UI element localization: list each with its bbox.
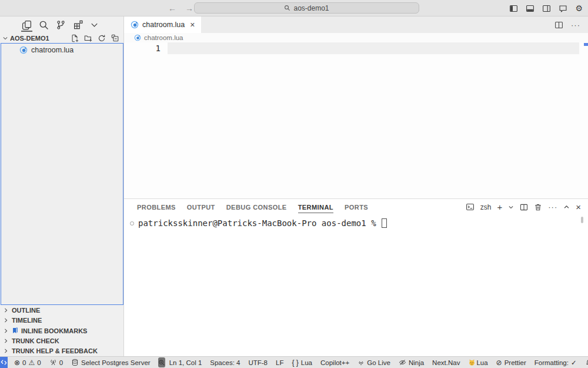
lua-file-icon: [19, 46, 28, 54]
toggle-secondary-sidebar-icon[interactable]: [542, 4, 551, 13]
slash-circle-icon: ⊘: [496, 359, 502, 366]
kill-terminal-trash-icon[interactable]: [534, 203, 542, 211]
radio-tower-icon: [49, 359, 57, 366]
chevron-right-icon: [3, 317, 9, 323]
ports-count: 0: [59, 359, 63, 366]
breadcrumb-file: chatroom.lua: [144, 34, 183, 41]
ninja-label: Ninja: [409, 359, 424, 366]
ninja-status[interactable]: Ninja: [395, 359, 428, 366]
language-mode[interactable]: { } Lua: [288, 359, 316, 366]
terminal-content[interactable]: patricksskinner@Patricks-MacBook-Pro aos…: [124, 215, 588, 356]
formatting-status[interactable]: Formatting: ✓: [530, 359, 581, 367]
command-decoration-icon: [130, 221, 134, 226]
split-terminal-icon[interactable]: [520, 203, 528, 211]
problems-status[interactable]: ⊗ 0 ⚠ 0: [10, 359, 45, 366]
indentation-label: Spaces: 4: [210, 359, 240, 366]
activity-more-chevron-down-icon[interactable]: [90, 16, 99, 33]
search-sidebar-icon[interactable]: [39, 16, 49, 33]
section-label: TIMELINE: [12, 317, 42, 324]
tab-close-icon[interactable]: ×: [190, 20, 195, 29]
editor-group: chatroom.lua × ··· chatroom.lua 1: [124, 16, 588, 356]
cursor-position[interactable]: Ln 1, Col 1: [165, 359, 206, 366]
go-live-button[interactable]: Go Live: [353, 359, 395, 366]
lua-helper-label: Lua: [476, 359, 487, 366]
prettier-status[interactable]: ⊘ Prettier: [492, 359, 530, 366]
close-panel-icon[interactable]: ×: [576, 202, 581, 212]
copilot-status[interactable]: Copilot++: [316, 359, 353, 366]
section-label: TRUNK HELP & FEEDBACK: [12, 347, 98, 354]
database-icon: [71, 359, 79, 366]
toggle-panel-icon[interactable]: [526, 4, 534, 13]
nav-back-button[interactable]: ←: [168, 4, 176, 13]
bookmark-icon: [12, 327, 18, 334]
editor-more-actions-icon[interactable]: ···: [571, 21, 580, 29]
chevron-right-icon: [3, 307, 9, 313]
tab-output[interactable]: OUTPUT: [187, 200, 215, 214]
tab-ports[interactable]: PORTS: [345, 200, 368, 214]
remote-indicator[interactable]: [0, 357, 8, 368]
eol-status[interactable]: LF: [272, 359, 288, 366]
breadcrumb[interactable]: chatroom.lua: [124, 33, 588, 42]
terminal-prompt: patricksskinner@Patricks-MacBook-Pro aos…: [138, 218, 376, 228]
tab-debug-console[interactable]: DEBUG CONSOLE: [226, 200, 287, 214]
tab-terminal[interactable]: TERMINAL: [298, 200, 333, 214]
sidebar-item-outline[interactable]: OUTLINE: [0, 305, 123, 315]
braces-icon: { }: [292, 359, 298, 366]
sidebar-item-trunk-help[interactable]: TRUNK HELP & FEEDBACK: [0, 346, 123, 356]
postgres-server-selector[interactable]: Select Postgres Server: [67, 359, 155, 366]
settings-gear-icon[interactable]: ⚙: [575, 4, 583, 12]
notifications-bell[interactable]: [581, 359, 588, 367]
lua-file-icon: [131, 21, 139, 29]
maximize-panel-chevron-up-icon[interactable]: [563, 204, 570, 210]
indentation-status[interactable]: Spaces: 4: [206, 359, 244, 366]
sidebar-item-inline-bookmarks[interactable]: INLINE BOOKMARKS: [0, 326, 123, 336]
split-editor-icon[interactable]: [554, 21, 563, 29]
cursor-position-label: Ln 1, Col 1: [169, 359, 202, 366]
current-line-highlight: [168, 42, 579, 54]
new-folder-icon[interactable]: [84, 34, 92, 42]
terminal-profile-chevron-down-icon[interactable]: [508, 204, 514, 210]
encoding-label: UTF-8: [248, 359, 268, 366]
collapse-all-icon[interactable]: [111, 34, 119, 42]
extensions-icon[interactable]: [73, 16, 83, 33]
refresh-icon[interactable]: [98, 34, 106, 42]
panel-more-actions-icon[interactable]: ···: [548, 203, 557, 211]
code-editor[interactable]: 1: [124, 42, 588, 198]
chevron-down-icon[interactable]: [2, 35, 8, 41]
sidebar-item-timeline[interactable]: TIMELINE: [0, 315, 123, 325]
source-control-icon[interactable]: [56, 16, 66, 33]
vscode-window: ← → aos-demo1 ⚙: [0, 0, 588, 368]
file-item-chatroom-lua[interactable]: chatroom.lua: [1, 44, 123, 54]
zoom-indicator-badge[interactable]: [158, 357, 165, 367]
warning-count: 0: [37, 359, 41, 366]
terminal-scrollbar[interactable]: [581, 217, 583, 223]
go-live-label: Go Live: [367, 359, 390, 366]
sidebar-item-trunk-check[interactable]: TRUNK CHECK: [0, 336, 123, 346]
eye-slash-icon: [399, 359, 406, 366]
new-file-icon[interactable]: [71, 34, 79, 42]
tab-problems[interactable]: PROBLEMS: [137, 200, 176, 214]
tab-chatroom-lua[interactable]: chatroom.lua ×: [124, 16, 201, 33]
check-icon: ✓: [571, 359, 577, 367]
command-center-search[interactable]: aos-demo1: [194, 2, 419, 14]
toggle-primary-sidebar-icon[interactable]: [509, 4, 518, 13]
activity-bar: [0, 16, 123, 33]
sidebar: AOS-DEMO1: [0, 16, 124, 356]
lua-helper-status[interactable]: Lua: [464, 359, 492, 366]
prettier-label: Prettier: [505, 359, 526, 366]
ports-status[interactable]: 0: [45, 359, 67, 366]
formatting-label: Formatting:: [534, 359, 569, 366]
nav-forward-button[interactable]: →: [185, 4, 193, 13]
panel-header: PROBLEMS OUTPUT DEBUG CONSOLE TERMINAL P…: [124, 199, 588, 215]
section-label: INLINE BOOKMARKS: [21, 327, 87, 334]
encoding-status[interactable]: UTF-8: [244, 359, 272, 366]
explorer-header[interactable]: AOS-DEMO1: [0, 33, 123, 43]
explorer-icon[interactable]: [22, 16, 32, 33]
warning-icon: ⚠: [28, 359, 35, 366]
language-label: Lua: [301, 359, 312, 366]
nextnav-status[interactable]: Next.Nav: [428, 359, 464, 366]
new-terminal-plus-icon[interactable]: +: [497, 202, 502, 212]
feedback-comment-icon[interactable]: [559, 4, 567, 13]
chevron-right-icon: [3, 348, 9, 354]
explorer-file-tree[interactable]: chatroom.lua: [1, 43, 123, 305]
